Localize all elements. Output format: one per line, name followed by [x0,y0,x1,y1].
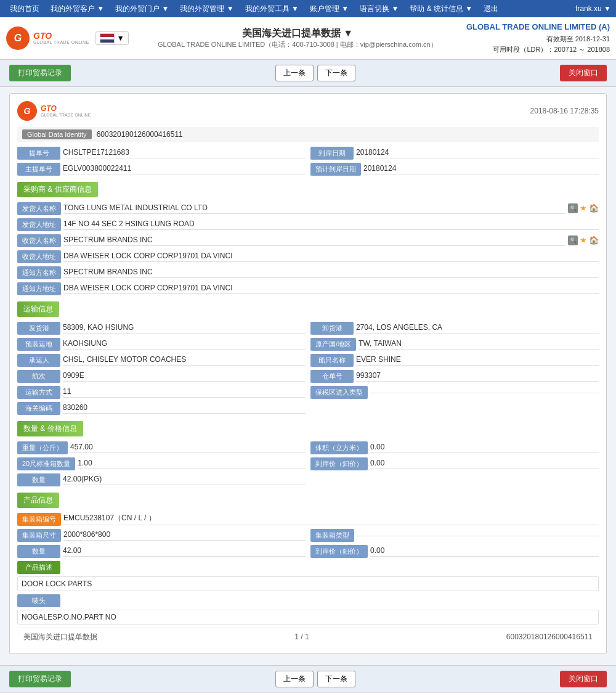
receiver-search-icon[interactable]: 🔍 [568,235,578,245]
teu-item: 20尺标准箱数量 1.00 [17,457,306,470]
supplier-header: 采购商 & 供应商信息 [17,182,98,197]
nav-language[interactable]: 语言切换 ▼ [355,1,403,17]
header-bar: G GTO GLOBAL TRADE ONLINE ▼ 美国海关进口提单数据 ▼… [0,17,616,60]
carrier-row: 承运人 CHSL, CHISLEY MOTOR COACHES 船只名称 EVE… [17,354,599,367]
notify-addr-row: 通知方地址 DBA WEISER LOCK CORP CORP19701 DA … [17,282,599,295]
notify-name-label: 通知方名称 [17,266,61,279]
arrival-price-label: 到岸价（鈤价） [310,457,368,470]
next-button-top[interactable]: 下一条 [317,65,355,81]
receiver-addr-item: 收货人地址 DBA WEISER LOCK CORP CORP19701 DA … [17,250,599,263]
flag-icon [100,33,115,43]
sender-search-icon[interactable]: 🔍 [568,203,578,213]
arrival-date-value: 20180124 [356,148,599,158]
prev-button-bottom[interactable]: 上一条 [275,671,314,687]
gdi-value: 600320180126000416511 [97,130,183,139]
user-info[interactable]: frank.xu ▼ [575,4,611,13]
prev-button-top[interactable]: 上一条 [275,65,314,81]
mark-value: NOGALESP.O.NO.PART NO [17,610,599,624]
flag-selector[interactable]: ▼ [95,31,129,45]
quantity-header: 数量 & 价格信息 [17,421,83,436]
sender-addr-label: 发货人地址 [17,218,61,231]
master-bill-item: 主提单号 EGLV003800022411 [17,163,306,176]
nav-logout[interactable]: 退出 [479,1,503,17]
voyage-row: 航次 0909E 仓单号 993307 [17,370,599,383]
container-size-label: 集装箱尺寸 [17,529,61,542]
gdi-label: Global Data Identity [22,129,92,139]
notify-addr-item: 通知方地址 DBA WEISER LOCK CORP CORP19701 DA … [17,282,599,295]
container-no-row: 集装箱编号 EMCU5238107（CN / L / ） [17,513,599,526]
sender-home-icon[interactable]: 🏠 [589,203,599,213]
container-size-value: 2000*806*800 [63,530,306,541]
origin-country-item: 原产国/地区 TW, TAIWAN [310,338,599,351]
receiver-icons: 🔍 ★ 🏠 [568,235,599,245]
customs-value: 830260 [63,403,306,414]
dest-port-value: 2704, LOS ANGELES, CA [356,323,599,334]
arrival-price-item: 到岸价（鈤价） 0.00 [310,457,599,470]
close-button-top[interactable]: 关闭窗口 [560,65,607,81]
bill-lading-value: 993307 [356,371,599,382]
load-place-value: KAOHSIUNG [63,339,306,350]
nav-help[interactable]: 帮助 & 统计信息 ▼ [405,1,477,17]
voyage-item: 航次 0909E [17,370,306,383]
container-type-item: 集装箱类型 [310,529,599,542]
pagination: 美国海关进口提单数据 1 / 1 600320180126000416511 [17,628,599,646]
container-no-value: EMCU5238107（CN / L / ） [63,513,599,525]
container-no-item: 集装箱编号 EMCU5238107（CN / L / ） [17,513,599,526]
mark-label: 唛头 [17,594,60,607]
dest-port-label: 卸货港 [310,322,354,335]
origin-country-label: 原产国/地区 [310,338,356,351]
nav-tools[interactable]: 我的外贸工具 ▼ [240,1,304,17]
carrier-label: 承运人 [17,354,60,367]
bill-row: 提单号 CHSLTPE17121683 到岸日期 20180124 [17,147,599,160]
notify-addr-label: 通知方地址 [17,282,61,295]
arrival-date-item: 到岸日期 20180124 [310,147,599,160]
customs-item: 海关编码 830260 [17,402,306,415]
qty-label: 数量 [17,473,60,486]
action-bar-top: 打印贸易记录 上一条 下一条 关闭窗口 [0,60,616,87]
receiver-home-icon[interactable]: 🏠 [589,235,599,245]
product-qty-value: 42.00 [63,546,306,557]
valid-until: 有效期至 2018-12-31 [466,34,610,45]
bill-no-item: 提单号 CHSLTPE17121683 [17,147,306,160]
close-button-bottom[interactable]: 关闭窗口 [560,671,607,687]
sender-star-icon[interactable]: ★ [580,203,587,213]
container-no-label: 集装箱编号 [17,513,61,526]
account-info: GLOBAL TRADE ONLINE LIMITED (A) 有效期至 201… [466,21,610,55]
unit-price-item: 到岸价（鈤价） 0.00 [310,545,599,558]
page-title-area: 美国海关进口提单数据 ▼ GLOBAL TRADE ONLINE LIMITED… [135,27,460,49]
nav-home[interactable]: 我的首页 [5,1,44,17]
vessel-item: 船只名称 EVER SHINE [310,354,599,367]
container-size-item: 集装箱尺寸 2000*806*800 [17,529,306,542]
nav-manage[interactable]: 我的外贸管理 ▼ [175,1,238,17]
load-place-item: 预装运地 KAOHSIUNG [17,338,306,351]
est-arrival-item: 预计到岸日期 20180124 [310,163,599,176]
voyage-value: 0909E [63,371,306,382]
nav-portal[interactable]: 我的外贸门户 ▼ [110,1,174,17]
voyage-label: 航次 [17,370,60,383]
product-section: 产品信息 集装箱编号 EMCU5238107（CN / L / ） 集装箱尺寸 … [17,493,599,624]
vessel-label: 船只名称 [310,354,354,367]
next-button-bottom[interactable]: 下一条 [317,671,355,687]
unit-price-label: 到岸价（鈤价） [310,545,368,558]
ldr-info: 可用时段（LDR）：200712 ～ 201808 [466,44,610,55]
bonded-value [370,391,599,393]
unit-price-value: 0.00 [370,546,599,557]
nav-clients[interactable]: 我的外贸客户 ▼ [46,1,109,17]
sender-name-row: 发货人名称 TONG LUNG METAL INDUSTRIAL CO LTD … [17,202,599,215]
weight-value: 457.00 [70,443,306,453]
master-bill-label: 主提单号 [17,163,60,176]
bonded-label: 保税区进入类型 [310,386,368,399]
receiver-star-icon[interactable]: ★ [580,235,587,245]
bill-no-label: 提单号 [17,147,60,160]
origin-port-label: 发货港 [17,322,60,335]
card-logo-circle: G [17,101,37,121]
arrival-price-value: 0.00 [370,459,599,469]
print-button-top[interactable]: 打印贸易记录 [9,65,71,81]
action-bar-bottom: 打印贸易记录 上一条 下一条 关闭窗口 [0,665,616,692]
nav-account[interactable]: 账户管理 ▼ [305,1,354,17]
container-type-value [357,534,599,536]
volume-item: 体积（立方米） 0.00 [310,441,599,454]
print-button-bottom[interactable]: 打印贸易记录 [9,671,71,687]
qty-row: 数量 42.00(PKG) [17,473,599,486]
card-logo: G GTO GLOBAL TRADE ONLINE [17,101,91,121]
